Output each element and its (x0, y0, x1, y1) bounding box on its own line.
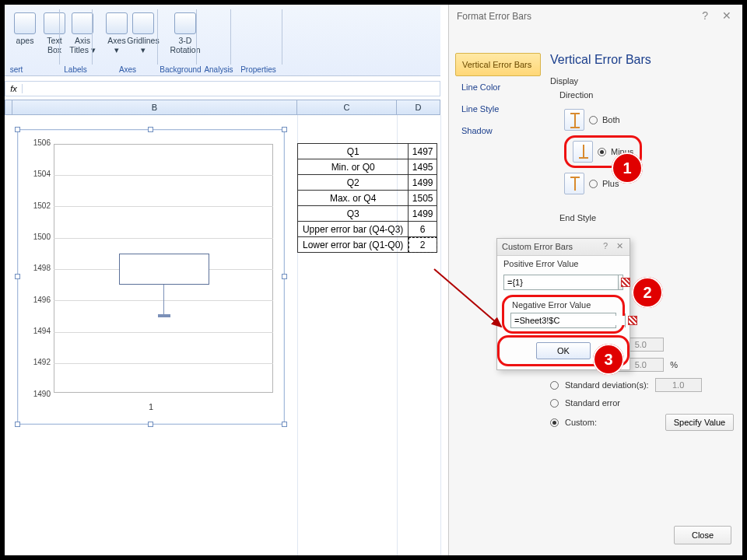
ytick: 1490 (24, 390, 51, 398)
rotation-icon (174, 12, 196, 34)
shapes-icon (14, 12, 36, 34)
callout-2: 2 (632, 277, 663, 308)
pane-title: Format Error Bars (457, 11, 531, 22)
fx-icon[interactable]: fx (5, 84, 23, 93)
ribbon-group-axes: Axes (104, 65, 151, 74)
plus-icon (564, 173, 584, 194)
radio-custom[interactable] (550, 418, 559, 427)
x-category: 1 (18, 402, 284, 411)
negative-value-box (510, 313, 616, 328)
formula-bar: fx (5, 81, 440, 96)
radio-plus[interactable] (589, 180, 598, 188)
nav-shadow[interactable]: Shadow (455, 120, 541, 142)
ribbon-group-background: Background (157, 65, 204, 74)
ribbon-axis-titles[interactable]: Axis Titles ▾ (64, 12, 101, 54)
close-button[interactable]: Close (674, 526, 731, 544)
whisker-cap-icon (158, 314, 170, 317)
cell-value[interactable]: 1497 (409, 144, 437, 159)
dialog-titlebar: Custom Error Bars ? ✕ (497, 239, 630, 256)
textbox-icon (44, 12, 65, 34)
positive-value-box (503, 275, 623, 290)
cell-label[interactable]: Q1 (298, 144, 409, 159)
dir-both[interactable]: Both (564, 109, 642, 131)
dialog-close-icon[interactable]: ✕ (616, 241, 623, 251)
direction-label: Direction (559, 90, 593, 100)
range-select-icon[interactable] (625, 313, 626, 327)
lower-whisker (163, 285, 164, 316)
close-icon[interactable]: ✕ (722, 9, 731, 22)
positive-label: Positive Error Value (497, 256, 630, 271)
ribbon-gridlines[interactable]: Gridlines ▾ (124, 12, 162, 54)
ribbon-3d-rotation[interactable]: 3-D Rotation (163, 12, 207, 54)
endstyle-label: End Style (559, 213, 596, 222)
ribbon-group-properties: Properties (235, 65, 282, 74)
app-window: { "ribbon": { "buttons": ["apes", "Text\… (0, 0, 747, 560)
display-label: Display (550, 76, 578, 86)
minus-icon (573, 141, 593, 163)
col-D[interactable]: D (397, 100, 440, 115)
select-all-corner[interactable] (5, 100, 12, 115)
pane-heading: Vertical Error Bars (550, 53, 651, 67)
nav-vertical-error-bars[interactable]: Vertical Error Bars (455, 53, 541, 76)
col-B[interactable]: B (12, 100, 297, 115)
formula-input[interactable] (23, 84, 440, 93)
radio-minus[interactable] (598, 148, 606, 156)
column-headers: B C D (5, 100, 440, 115)
ribbon: apes Text Box Axis Titles ▾ Axes ▾ Gridl… (5, 5, 440, 76)
pane-nav: Vertical Error Bars Line Color Line Styl… (455, 53, 541, 142)
help-icon[interactable]: ? (702, 9, 708, 22)
specify-value-button[interactable]: Specify Value (665, 414, 734, 431)
radio-stddev[interactable] (550, 381, 559, 390)
radio-both[interactable] (589, 116, 598, 124)
nav-line-color[interactable]: Line Color (455, 76, 541, 98)
ribbon-group-insert: sert (5, 65, 28, 74)
ok-button[interactable]: OK (536, 342, 591, 359)
direction-options: Both Minus Plus (564, 104, 642, 199)
radio-stderr[interactable] (550, 399, 559, 408)
ribbon-group-analysis: Analysis (199, 65, 238, 74)
callout-1: 1 (612, 152, 643, 184)
nav-line-style[interactable]: Line Style (455, 98, 541, 120)
range-select-icon[interactable] (618, 275, 622, 289)
stddev-input (655, 378, 702, 392)
positive-value-input[interactable] (504, 278, 618, 287)
box-plot-box[interactable] (119, 254, 209, 285)
gridlines-icon (132, 12, 154, 34)
negative-value-input[interactable] (511, 316, 625, 325)
both-icon (564, 109, 584, 131)
selected-cell[interactable]: 2 (409, 237, 437, 253)
axis-titles-icon (72, 12, 93, 34)
chart-object[interactable]: 1490 1492 1494 1496 1498 1500 1502 1504 … (17, 129, 285, 425)
negative-label: Negative Error Value (510, 300, 616, 313)
ribbon-group-labels: Labels (61, 65, 90, 74)
dialog-help-icon[interactable]: ? (603, 241, 608, 250)
col-C[interactable]: C (297, 100, 397, 115)
data-table: Q11497 Min. or Q01495 Q21499 Max. or Q41… (297, 143, 437, 253)
negative-group-highlight: Negative Error Value (502, 295, 625, 334)
callout-3: 3 (593, 344, 624, 375)
